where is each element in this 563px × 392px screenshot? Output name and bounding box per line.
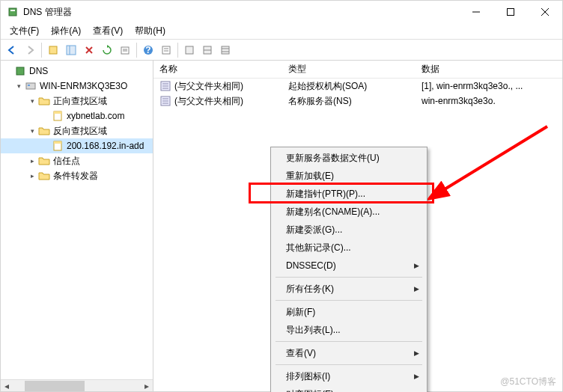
- record-icon: [159, 95, 171, 107]
- tree-fwd-zone[interactable]: ▾ 正向查找区域: [1, 94, 153, 108]
- menu-view[interactable]: 查看(V): [87, 23, 129, 39]
- ctx-refresh[interactable]: 刷新(F): [273, 303, 425, 321]
- tree-root-dns[interactable]: DNS: [1, 64, 153, 79]
- svg-rect-0: [9, 8, 16, 16]
- ctx-other-record[interactable]: 其他新记录(C)...: [273, 239, 425, 257]
- properties-button[interactable]: [158, 42, 174, 58]
- zone-file-icon: [52, 110, 64, 122]
- filter2-button[interactable]: [199, 42, 216, 58]
- close-button[interactable]: [528, 1, 562, 23]
- list-row[interactable]: (与父文件夹相同) 起始授权机构(SOA) [1], win-enrm3kq3e…: [153, 79, 562, 94]
- twisty-icon: [41, 111, 50, 120]
- menu-action[interactable]: 操作(A): [45, 23, 87, 39]
- svg-rect-1: [10, 10, 15, 11]
- ctx-all-tasks[interactable]: 所有任务(K)▶: [273, 280, 425, 298]
- watermark: @51CTO博客: [500, 376, 556, 388]
- svg-rect-19: [186, 46, 193, 54]
- ctx-export-list[interactable]: 导出列表(L)...: [273, 321, 425, 339]
- cell-name: (与父文件夹相同): [174, 95, 243, 108]
- scroll-right-icon[interactable]: ▸: [141, 380, 153, 392]
- ctx-new-delegation[interactable]: 新建委派(G)...: [273, 221, 425, 239]
- ctx-new-ptr[interactable]: 新建指针(PTR)(P)...: [273, 185, 425, 203]
- tree-label: 200.168.192.in-add: [67, 141, 144, 151]
- svg-rect-7: [67, 46, 76, 55]
- twisty-icon: [4, 67, 13, 76]
- svg-rect-31: [54, 141, 61, 144]
- ctx-dnssec[interactable]: DNSSEC(D)▶: [273, 257, 425, 275]
- scroll-thumb[interactable]: [25, 381, 85, 391]
- zone-file-icon: [52, 140, 64, 152]
- tree-hscrollbar[interactable]: ◂ ▸: [1, 379, 153, 391]
- svg-rect-27: [28, 85, 30, 86]
- separator: [276, 277, 422, 278]
- toolbar: ?: [1, 40, 562, 61]
- export-button[interactable]: [117, 42, 133, 58]
- folder-icon: [38, 155, 50, 167]
- col-type[interactable]: 类型: [282, 63, 416, 76]
- menu-file[interactable]: 文件(F): [4, 23, 45, 39]
- tree-label: 反向查找区域: [53, 125, 107, 138]
- twisty-icon: [41, 141, 50, 150]
- tree-rev-zone[interactable]: ▾ 反向查找区域: [1, 123, 153, 138]
- dns-manager-window: DNS 管理器 文件(F) 操作(A) 查看(V) 帮助(H) ?: [0, 0, 563, 392]
- svg-rect-3: [508, 9, 514, 16]
- forward-button[interactable]: [22, 42, 38, 58]
- separator: [276, 300, 422, 301]
- chevron-down-icon[interactable]: ▾: [28, 126, 37, 135]
- chevron-right-icon[interactable]: ▸: [28, 171, 37, 180]
- menu-help[interactable]: 帮助(H): [129, 23, 171, 39]
- context-menu: 更新服务器数据文件(U) 重新加载(E) 新建指针(PTR)(P)... 新建别…: [270, 147, 427, 392]
- new-button[interactable]: [45, 42, 61, 58]
- list-rows: (与父文件夹相同) 起始授权机构(SOA) [1], win-enrm3kq3e…: [153, 79, 562, 108]
- window-title: DNS 管理器: [23, 6, 459, 19]
- window-buttons: [459, 1, 562, 23]
- minimize-button[interactable]: [459, 1, 493, 23]
- folder-icon: [38, 125, 50, 137]
- chevron-right-icon: ▶: [414, 349, 419, 357]
- chevron-down-icon[interactable]: ▾: [28, 97, 37, 105]
- cell-name: (与父文件夹相同): [174, 80, 243, 93]
- dns-app-icon: [7, 6, 19, 18]
- chevron-right-icon: ▶: [414, 262, 419, 269]
- tree-label: 信任点: [53, 155, 80, 168]
- chevron-down-icon[interactable]: ▾: [14, 82, 23, 91]
- cell-type: 名称服务器(NS): [282, 95, 416, 108]
- tree-button[interactable]: [63, 42, 79, 58]
- tree-cond[interactable]: ▸ 条件转发器: [1, 168, 153, 183]
- back-button[interactable]: [4, 42, 20, 58]
- chevron-right-icon: ▶: [414, 285, 419, 293]
- col-data[interactable]: 数据: [416, 63, 562, 76]
- record-icon: [159, 80, 171, 92]
- help-button[interactable]: ?: [140, 42, 156, 58]
- svg-rect-22: [222, 46, 229, 54]
- delete-button[interactable]: [81, 42, 97, 58]
- chevron-right-icon[interactable]: ▸: [28, 156, 37, 165]
- tree-fwd-domain[interactable]: xybnetlab.com: [1, 108, 153, 123]
- ctx-view[interactable]: 查看(V)▶: [273, 344, 425, 362]
- filter3-button[interactable]: [217, 42, 234, 58]
- server-icon: [25, 80, 37, 92]
- cell-data: [1], win-enrm3kq3e3o., ...: [416, 81, 562, 91]
- tree-label: DNS: [29, 66, 48, 76]
- ctx-new-cname[interactable]: 新建别名(CNAME)(A)...: [273, 203, 425, 221]
- folder-icon: [38, 170, 50, 182]
- menubar: 文件(F) 操作(A) 查看(V) 帮助(H): [1, 23, 562, 40]
- col-name[interactable]: 名称: [153, 63, 282, 76]
- svg-rect-29: [54, 111, 61, 114]
- ctx-reload[interactable]: 重新加载(E): [273, 167, 425, 185]
- tree-rev-entry[interactable]: 200.168.192.in-add: [1, 138, 153, 153]
- svg-rect-25: [16, 67, 24, 75]
- ctx-align-icons[interactable]: 对齐图标(E): [273, 385, 425, 392]
- ctx-update-server-data[interactable]: 更新服务器数据文件(U): [273, 149, 425, 167]
- scroll-left-icon[interactable]: ◂: [1, 380, 13, 392]
- maximize-button[interactable]: [493, 1, 528, 23]
- tree-label: xybnetlab.com: [67, 111, 124, 121]
- tree-trust[interactable]: ▸ 信任点: [1, 153, 153, 168]
- tree-server[interactable]: ▾ WIN-ENRM3KQ3E3O: [1, 79, 153, 94]
- ctx-arrange-icons[interactable]: 排列图标(I)▶: [273, 367, 425, 385]
- tree-label: 正向查找区域: [53, 95, 107, 108]
- list-row[interactable]: (与父文件夹相同) 名称服务器(NS) win-enrm3kq3e3o.: [153, 94, 562, 108]
- separator: [136, 43, 137, 58]
- refresh-button[interactable]: [99, 42, 115, 58]
- filter1-button[interactable]: [181, 42, 198, 58]
